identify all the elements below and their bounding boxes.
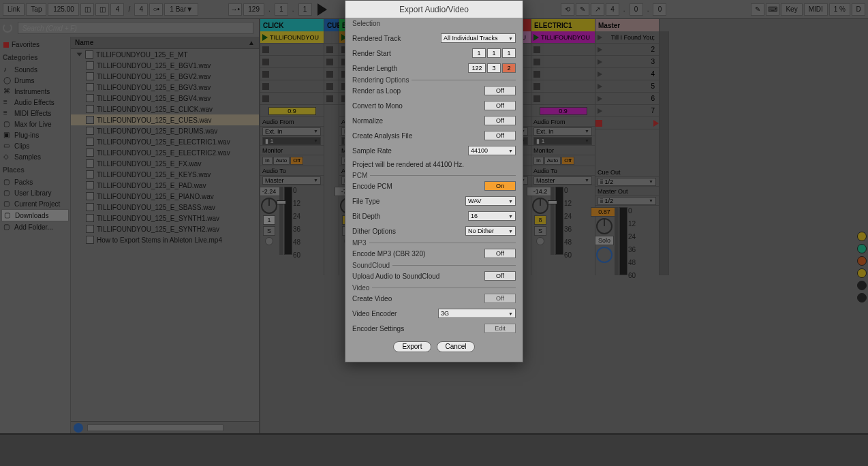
lbl-encode-pcm: Encode PCM — [352, 183, 484, 190]
render-len-bar[interactable]: 122 — [468, 63, 486, 73]
render-start-bar[interactable]: 1 — [472, 48, 486, 58]
lbl-normalize: Normalize — [352, 117, 484, 125]
project-info: Project will be rendered at 44100 Hz. — [352, 158, 516, 171]
lbl-render-start: Render Start — [352, 50, 472, 57]
normalize-toggle[interactable]: Off — [484, 116, 516, 125]
lbl-video-encoder: Video Encoder — [352, 310, 438, 317]
sec-rendering: Rendering Options — [352, 76, 412, 84]
sec-mp3: MP3 — [352, 239, 369, 247]
lbl-dither: Dither Options — [352, 228, 465, 235]
mp3-toggle[interactable]: Off — [484, 249, 516, 258]
lbl-soundcloud: Upload Audio to SoundCloud — [352, 273, 484, 280]
export-dialog: Export Audio/Video Selection Rendered Tr… — [345, 0, 523, 362]
soundcloud-toggle[interactable]: Off — [484, 271, 516, 281]
bitdepth-select[interactable]: 16 — [468, 211, 516, 221]
lbl-mono: Convert to Mono — [352, 102, 484, 110]
rendered-track-select[interactable]: All Individual Tracks — [441, 33, 516, 43]
sec-video: Video — [352, 284, 372, 292]
encode-pcm-toggle[interactable]: On — [484, 181, 516, 191]
render-len-beat[interactable]: 3 — [487, 63, 501, 73]
lbl-filetype: File Type — [352, 198, 465, 205]
render-start-beat[interactable]: 1 — [487, 48, 501, 58]
lbl-create-video: Create Video — [352, 295, 484, 302]
encoder-settings-button[interactable]: Edit — [484, 324, 516, 333]
cancel-button[interactable]: Cancel — [437, 341, 475, 352]
dialog-title: Export Audio/Video — [345, 1, 523, 18]
sec-soundcloud: SoundCloud — [352, 262, 392, 269]
analysis-toggle[interactable]: Off — [484, 131, 516, 140]
lbl-render-length: Render Length — [352, 65, 468, 72]
lbl-rendered-track: Rendered Track — [352, 35, 441, 42]
export-button[interactable]: Export — [393, 341, 431, 352]
mono-toggle[interactable]: Off — [484, 101, 516, 110]
lbl-samplerate: Sample Rate — [352, 147, 468, 155]
video-encoder-select[interactable]: 3G — [438, 309, 516, 318]
lbl-mp3: Encode MP3 (CBR 320) — [352, 250, 484, 258]
dither-select[interactable]: No Dither — [465, 226, 516, 236]
filetype-select[interactable]: WAV — [465, 196, 516, 206]
samplerate-select[interactable]: 44100 — [468, 146, 516, 155]
render-len-sixteenth[interactable]: 2 — [502, 63, 516, 73]
lbl-bitdepth: Bit Depth — [352, 213, 468, 220]
sec-selection: Selection — [352, 20, 383, 27]
render-loop-toggle[interactable]: Off — [484, 86, 516, 95]
lbl-encoder-settings: Encoder Settings — [352, 325, 484, 332]
lbl-render-loop: Render as Loop — [352, 87, 484, 95]
sec-pcm: PCM — [352, 172, 370, 179]
render-start-sixteenth[interactable]: 1 — [502, 48, 516, 58]
create-video-toggle[interactable]: Off — [484, 294, 516, 303]
lbl-analysis: Create Analysis File — [352, 132, 484, 140]
